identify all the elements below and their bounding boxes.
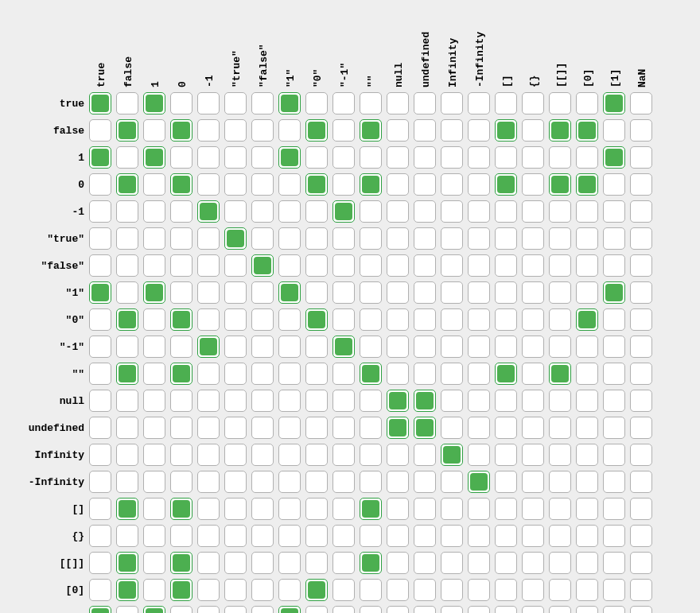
cell-false [495,200,517,223]
cell-false [360,471,382,493]
cell-false [278,525,301,547]
matrix-cell [468,361,493,386]
matrix-cell [603,361,628,386]
cell-true [170,498,192,520]
cell-true [116,173,138,196]
cell-false [224,200,247,223]
matrix-cell [522,172,547,197]
cell-true [116,552,138,574]
matrix-cell [603,226,628,251]
matrix-cell [603,172,628,197]
cell-false [414,552,436,574]
matrix-cell [630,415,655,440]
matrix-cell [143,199,169,224]
cell-true [305,173,328,196]
cell-false [387,173,409,196]
cell-true [495,173,517,196]
matrix-cell [603,550,628,576]
matrix-cell [522,442,547,468]
matrix-cell [630,334,655,359]
matrix-cell [143,334,169,359]
cell-false [278,336,301,358]
cell-false [197,308,220,331]
matrix-cell [332,388,358,413]
cell-false [278,173,301,196]
cell-false [414,471,436,493]
cell-false [251,471,274,493]
cell-false [441,227,463,250]
matrix-cell [305,172,331,197]
cell-false [549,471,571,493]
matrix-cell [170,253,196,278]
matrix-cell [468,253,493,278]
matrix-cell [630,145,655,170]
cell-true [360,119,382,142]
cell-false [630,498,652,520]
cell-true [441,444,463,466]
col-header-label: 1 [145,65,167,91]
cell-false [197,444,220,466]
matrix-cell [549,496,574,522]
matrix-cell [360,577,385,603]
cell-false [305,146,328,169]
cell-false [576,417,598,439]
matrix-cell [549,550,574,576]
col-header: Infinity [441,17,466,89]
cell-true [278,92,301,114]
matrix-cell [414,469,439,495]
matrix-cell [305,550,331,576]
matrix-cell [251,361,277,386]
matrix-cell [495,361,520,386]
matrix-cell [360,388,385,413]
cell-false [549,281,571,304]
col-header-label: -Infinity [469,65,492,91]
matrix-cell [576,415,601,440]
cell-false [522,471,544,493]
cell-false [170,254,192,277]
matrix-cell [360,226,385,251]
cell-true [387,417,409,439]
cell-false [603,579,625,601]
cell-false [549,498,571,520]
matrix-cell [332,442,358,468]
cell-true [143,281,165,304]
cell-false [414,444,436,466]
col-header-label: [1] [605,65,627,91]
cell-false [305,254,328,277]
cell-false [89,390,111,412]
equality-matrix: truefalse10-1"true""false""1""0""-1"""nu… [8,16,657,613]
row-header: "1" [10,280,88,305]
matrix-cell [387,550,412,576]
cell-false [143,390,165,412]
cell-false [495,606,517,613]
cell-true [387,390,409,412]
cell-false [278,363,301,385]
cell-false [549,390,571,412]
cell-false [251,200,274,223]
matrix-cell [251,172,277,197]
matrix-cell [170,172,196,197]
cell-false [441,146,463,169]
matrix-cell [576,307,601,332]
cell-false [441,579,463,601]
cell-false [630,254,652,277]
matrix-cell [414,280,439,305]
cell-false [224,552,247,574]
cell-false [224,92,247,114]
cell-false [414,308,436,331]
row-header: [0] [10,577,88,603]
matrix-cell [197,91,223,116]
matrix-cell [495,199,520,224]
matrix-cell [549,469,574,495]
matrix-cell [305,145,331,170]
row-header: [1] [10,604,88,613]
cell-false [89,552,111,574]
cell-false [549,417,571,439]
matrix-cell [603,496,628,522]
cell-false [332,281,355,304]
cell-true [360,363,382,385]
matrix-cell [89,442,115,468]
cell-false [387,308,409,331]
cell-false [332,525,355,547]
cell-false [197,146,220,169]
